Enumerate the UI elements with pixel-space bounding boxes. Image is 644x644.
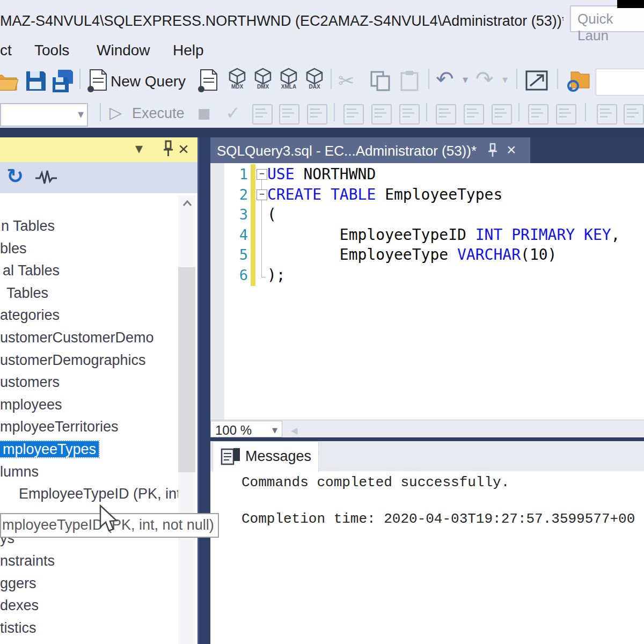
- comment-icon[interactable]: [528, 104, 548, 125]
- window-box-icon[interactable]: [525, 70, 548, 93]
- tree-item-mployeeterritories[interactable]: mployeeTerritories: [0, 415, 193, 438]
- menu-item-tools[interactable]: Tools: [34, 42, 69, 59]
- hscroll-left-icon[interactable]: ◂: [291, 422, 298, 438]
- fold-collapse-icon[interactable]: −: [257, 169, 267, 180]
- increase-indent-icon[interactable]: [624, 104, 644, 125]
- zoom-level-dropdown[interactable]: 100 % ▾: [210, 421, 282, 437]
- actual-plan-icon[interactable]: [343, 104, 364, 125]
- menu-item-help[interactable]: Help: [173, 42, 204, 59]
- code-line-6[interactable]: 6);: [210, 265, 644, 286]
- zoom-dropdown-icon[interactable]: ▾: [272, 423, 277, 436]
- open-folder-icon[interactable]: [0, 70, 19, 94]
- copy-icon[interactable]: [370, 71, 391, 93]
- save-all-icon[interactable]: [50, 69, 76, 94]
- panel-close-icon[interactable]: ×: [178, 138, 189, 159]
- undo-dropdown-icon[interactable]: ▾: [463, 73, 468, 86]
- tree-selected-item[interactable]: mployeeTypes: [0, 441, 99, 457]
- results-to-file-icon[interactable]: [492, 104, 512, 125]
- activity-monitor-icon[interactable]: [34, 170, 58, 188]
- client-stats-icon[interactable]: [399, 104, 420, 125]
- find-in-files-icon[interactable]: [566, 69, 590, 94]
- object-explorer-titlebar[interactable]: ▾ ×: [0, 137, 197, 162]
- messages-tab[interactable]: Messages: [213, 441, 319, 472]
- fold-collapse-icon[interactable]: −: [257, 189, 267, 200]
- code-text: (: [267, 204, 276, 225]
- tree-item-bles[interactable]: bles: [0, 237, 193, 260]
- results-to-grid-icon[interactable]: [464, 104, 484, 125]
- line-number: 3: [210, 204, 248, 225]
- cut-icon[interactable]: ✂: [338, 70, 354, 92]
- dmx-query-icon[interactable]: DMX: [251, 68, 275, 92]
- stop-icon[interactable]: ■: [197, 105, 211, 121]
- estimated-plan-icon[interactable]: [252, 104, 273, 125]
- dax-query-icon[interactable]: DAX: [303, 68, 326, 92]
- standard-toolbar: New Query MDXDMXXMLADAX ✂ ↶ ▾ ↷ ▾: [0, 64, 644, 100]
- tree-item-nstraints[interactable]: nstraints: [0, 550, 193, 572]
- line-number: 4: [210, 225, 248, 245]
- code-line-5[interactable]: 5 EmployeeType VARCHAR(10): [210, 245, 644, 265]
- panel-splitter[interactable]: [197, 137, 210, 644]
- tree-item-tistics[interactable]: tistics: [0, 617, 193, 639]
- new-query-icon[interactable]: [86, 69, 108, 96]
- tree-item-ggers[interactable]: ggers: [0, 572, 193, 595]
- intellisense-icon[interactable]: [307, 104, 327, 125]
- object-explorer-toolbar: ↻: [0, 162, 197, 194]
- document-well: SQLQuery3.sql - EC...Administrator (53))…: [210, 137, 644, 644]
- parse-check-icon[interactable]: ✓: [225, 102, 241, 123]
- live-query-stats-icon[interactable]: [371, 104, 392, 125]
- tree-item-al-tables[interactable]: al Tables: [0, 259, 196, 282]
- title-bar: MAZ-S4NVUL4\SQLEXPRESS.NORTHWND (EC2AMAZ…: [0, 0, 644, 38]
- tree-item-employeetypeid-pk-int-[interactable]: EmployeeTypeID (PK, int,: [0, 482, 197, 505]
- execute-button[interactable]: Execute: [132, 105, 185, 122]
- database-engine-query-icon[interactable]: [196, 69, 219, 96]
- decrease-indent-icon[interactable]: [597, 104, 617, 125]
- mdx-query-icon[interactable]: MDX: [225, 68, 249, 92]
- code-line-2[interactable]: 2−CREATE TABLE EmployeeTypes: [210, 185, 644, 205]
- tree-item-tables[interactable]: Tables: [0, 282, 197, 304]
- tree-item-n-tables[interactable]: n Tables: [0, 215, 194, 237]
- combo-dropdown-icon[interactable]: ▾: [78, 107, 84, 121]
- scroll-up-icon[interactable]: [182, 200, 192, 209]
- available-databases-combo[interactable]: ▾: [0, 103, 88, 127]
- refresh-icon[interactable]: ↻: [6, 164, 24, 188]
- sql-editor[interactable]: 1−USE NORTHWND2−CREATE TABLE EmployeeTyp…: [210, 163, 644, 420]
- tree-scrollbar[interactable]: [178, 195, 195, 644]
- redo-dropdown-icon[interactable]: ▾: [502, 73, 508, 86]
- menu-item-window[interactable]: Window: [97, 42, 150, 59]
- execute-play-icon[interactable]: ▷: [109, 103, 122, 122]
- code-line-3[interactable]: 3(: [210, 204, 644, 225]
- toolbar-separator: [518, 103, 519, 121]
- paste-icon[interactable]: [399, 70, 420, 93]
- quick-launch-input[interactable]: Quick Laun: [570, 5, 644, 32]
- query-document-tab[interactable]: SQLQuery3.sql - EC...Administrator (53))…: [210, 137, 530, 163]
- tree-item-ustomercustomerdemo[interactable]: ustomerCustomerDemo: [0, 326, 193, 349]
- line-number: 6: [210, 265, 248, 286]
- toolbar-separator: [426, 103, 427, 121]
- uncomment-icon[interactable]: [556, 104, 576, 125]
- new-query-button[interactable]: New Query: [111, 73, 186, 90]
- tree-item-ustomers[interactable]: ustomers: [0, 371, 193, 393]
- code-line-4[interactable]: 4 EmployeeTypeID INT PRIMARY KEY,: [210, 225, 644, 245]
- query-options-icon[interactable]: [279, 104, 299, 125]
- tab-pin-icon[interactable]: [486, 143, 499, 160]
- menu-item-ct[interactable]: ct: [0, 42, 12, 59]
- tree-item-ustomerdemographics[interactable]: ustomerDemographics: [0, 349, 193, 371]
- panel-menu-chevron-icon[interactable]: ▾: [135, 140, 143, 157]
- panel-pin-icon[interactable]: [161, 140, 175, 160]
- tree-item-ategories[interactable]: ategories: [0, 304, 193, 326]
- save-icon[interactable]: [25, 70, 47, 94]
- xmla-query-icon[interactable]: XMLA: [277, 68, 301, 92]
- tree-item-mployeetypes[interactable]: mployeeTypes: [0, 438, 193, 460]
- tree-item-lumns[interactable]: lumns: [0, 460, 193, 483]
- tree-item-dexes[interactable]: dexes: [0, 594, 193, 617]
- code-text: );: [267, 265, 286, 286]
- tab-close-icon[interactable]: ×: [507, 141, 516, 159]
- tree-scrollbar-thumb[interactable]: [178, 267, 195, 472]
- find-input[interactable]: [596, 69, 644, 96]
- redo-icon[interactable]: ↷: [475, 67, 494, 91]
- window-title: MAZ-S4NVUL4\SQLEXPRESS.NORTHWND (EC2AMAZ…: [0, 13, 564, 30]
- tree-item-mployees[interactable]: mployees: [0, 393, 193, 416]
- results-to-text-icon[interactable]: [436, 104, 456, 125]
- code-line-1[interactable]: 1−USE NORTHWND: [210, 164, 644, 185]
- undo-icon[interactable]: ↶: [436, 67, 454, 91]
